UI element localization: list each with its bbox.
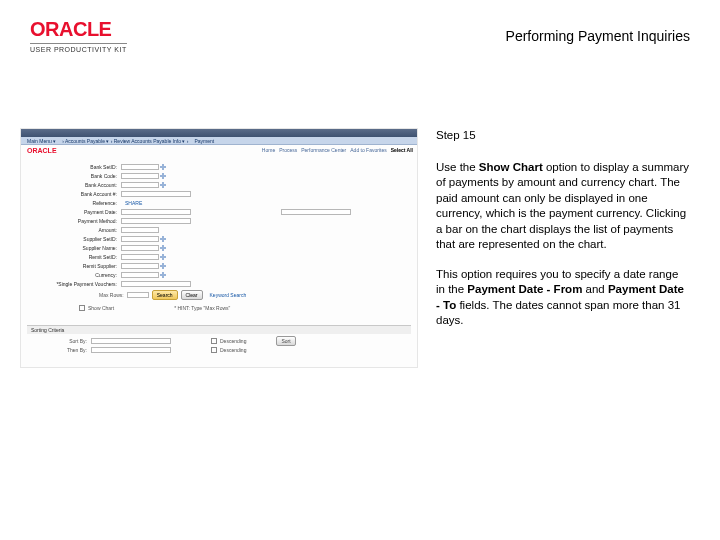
field-label: Bank Code: [39, 173, 121, 179]
thumb-tabbar: Home Process Performance Center Add to F… [262, 147, 413, 153]
text-input[interactable] [121, 173, 159, 179]
nav-item: Main Menu ▾ [27, 138, 56, 144]
field-label: Remit SetID: [39, 254, 121, 260]
text: Use the [436, 161, 479, 173]
lookup-icon[interactable] [160, 173, 166, 179]
instruction-panel: Step 15 Use the Show Chart option to dis… [436, 128, 690, 368]
clear-button[interactable]: Clear [181, 290, 203, 300]
field-label: Reference: [39, 200, 121, 206]
sort-button[interactable]: Sort [276, 336, 295, 346]
text-input[interactable] [121, 272, 159, 278]
nav-item: › Accounts Payable ▾ › Review Accounts P… [62, 138, 188, 144]
desc-label: Descending [220, 338, 246, 344]
field-label: Supplier SetID: [39, 236, 121, 242]
field-label: Supplier Name: [39, 245, 121, 251]
show-chart-label: Show Chart [88, 305, 114, 311]
field-label: Currency: [39, 272, 121, 278]
max-rows-input[interactable] [127, 292, 149, 298]
text-input[interactable] [121, 164, 159, 170]
text-input[interactable] [121, 263, 159, 269]
thumb-tab: Performance Center [301, 147, 346, 153]
bold-term: Payment Date - From [467, 283, 582, 295]
instruction-paragraph-2: This option requires you to specify a da… [436, 267, 690, 329]
thumb-topbar [21, 129, 417, 137]
keyword-search-link[interactable]: Keyword Search [210, 292, 247, 298]
thumb-tab: Add to Favorites [350, 147, 386, 153]
date-input[interactable] [121, 209, 191, 215]
thenby-label: Then By: [51, 347, 91, 353]
page-title: Performing Payment Inquiries [506, 28, 690, 44]
nav-item: Payment [194, 138, 214, 144]
desc-checkbox[interactable] [211, 338, 217, 344]
hint-text: * HINT: Type "Max Rows" [174, 305, 230, 311]
lookup-icon[interactable] [160, 263, 166, 269]
embedded-app-screenshot: Main Menu ▾ › Accounts Payable ▾ › Revie… [20, 128, 418, 368]
field-label: Payment Date: [39, 209, 121, 215]
sorting-header: Sorting Criteria [27, 326, 411, 334]
thumb-tab: Select All [391, 147, 413, 153]
desc-label: Descending [220, 347, 246, 353]
select-input[interactable] [121, 218, 191, 224]
select-input[interactable] [121, 281, 191, 287]
select-input[interactable] [121, 227, 159, 233]
thumb-form: Bank SetID: Bank Code: Bank Account: Ban… [39, 163, 399, 313]
date-input[interactable] [281, 209, 351, 215]
text-input[interactable] [121, 245, 159, 251]
thumb-breadcrumb: Main Menu ▾ › Accounts Payable ▾ › Revie… [21, 137, 417, 145]
lookup-icon[interactable] [160, 272, 166, 278]
reference-link[interactable]: SHARE [125, 200, 142, 206]
thumb-tab: Home [262, 147, 275, 153]
field-label: Amount: [39, 227, 121, 233]
lookup-icon[interactable] [160, 254, 166, 260]
search-button[interactable]: Search [152, 290, 178, 300]
field-label: Bank Account #: [39, 191, 121, 197]
sortby-label: Sort By: [51, 338, 91, 344]
field-label: Payment Method: [39, 218, 121, 224]
text-input[interactable] [121, 191, 191, 197]
logo-block: ORACLE USER PRODUCTIVITY KIT [30, 18, 127, 53]
instruction-paragraph-1: Use the Show Chart option to display a s… [436, 160, 690, 253]
thenby-select[interactable] [91, 347, 171, 353]
field-label: *Single Payment Vouchers: [39, 281, 121, 287]
bold-term: Show Chart [479, 161, 543, 173]
text: fields. The dates cannot span more than … [436, 299, 680, 327]
step-number: Step 15 [436, 128, 690, 144]
text: and [582, 283, 608, 295]
oracle-logo: ORACLE [30, 18, 127, 41]
lookup-icon[interactable] [160, 182, 166, 188]
text-input[interactable] [121, 182, 159, 188]
lookup-icon[interactable] [160, 245, 166, 251]
show-chart-checkbox[interactable] [79, 305, 85, 311]
button-row: Max Rows: Search Clear Keyword Search [99, 290, 399, 300]
max-rows-label: Max Rows: [99, 292, 124, 298]
field-label: Bank SetID: [39, 164, 121, 170]
text-input[interactable] [121, 254, 159, 260]
sorting-section: Sorting Criteria Sort By: Descending Sor… [27, 325, 411, 355]
thumb-oracle-logo: ORACLE [27, 147, 57, 154]
sortby-select[interactable] [91, 338, 171, 344]
upk-subtitle: USER PRODUCTIVITY KIT [30, 43, 127, 53]
lookup-icon[interactable] [160, 236, 166, 242]
lookup-icon[interactable] [160, 164, 166, 170]
field-label: Remit Supplier: [39, 263, 121, 269]
text: option to display a summary of payments … [436, 161, 689, 251]
field-label: Bank Account: [39, 182, 121, 188]
text-input[interactable] [121, 236, 159, 242]
desc-checkbox[interactable] [211, 347, 217, 353]
thumb-tab: Process [279, 147, 297, 153]
